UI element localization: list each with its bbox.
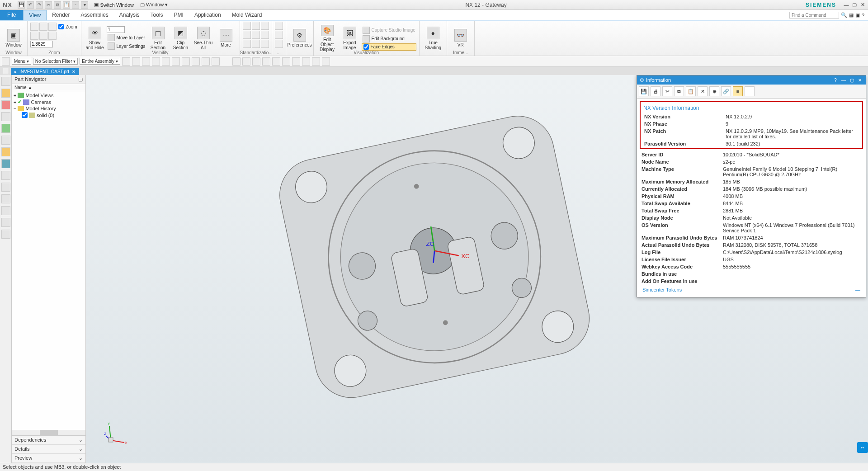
view-tool4-icon[interactable] [262, 57, 270, 66]
rb-icon8[interactable] [1, 159, 10, 168]
std-icon8[interactable] [252, 40, 260, 48]
rb-icon13[interactable] [1, 218, 10, 227]
tab-pmi[interactable]: PMI [169, 10, 189, 20]
search-icon[interactable]: 🔍 [841, 12, 847, 18]
info-titlebar[interactable]: ⚙ Information ? — ▢ ✕ [637, 75, 866, 85]
std-icon6[interactable] [261, 31, 269, 39]
info-collapse-icon[interactable]: — [745, 86, 755, 96]
std-icon7[interactable] [243, 40, 251, 48]
info-save-icon[interactable]: 💾 [639, 86, 649, 96]
tab-view[interactable]: View [23, 10, 47, 20]
sel-tool5-icon[interactable] [162, 57, 170, 66]
misc-icon2[interactable] [275, 31, 283, 39]
expand-icon[interactable]: + [14, 93, 16, 98]
rb-icon12[interactable] [1, 206, 10, 215]
tab-file[interactable]: File [0, 10, 23, 20]
tab-assemblies[interactable]: Assemblies [75, 10, 114, 20]
see-thru-button[interactable]: ◌See-Thru All [193, 25, 214, 52]
zoom-grid5-icon[interactable] [39, 32, 47, 40]
selection-filter-dropdown[interactable]: No Selection Filter ▾ [33, 58, 78, 65]
info-toggle-icon[interactable]: ≡ [733, 86, 743, 96]
tab-analysis[interactable]: Analysis [114, 10, 145, 20]
view-tool8-icon[interactable] [302, 57, 310, 66]
hscroll[interactable] [40, 430, 58, 435]
rb-icon14[interactable] [1, 230, 10, 239]
view-tool2-icon[interactable] [242, 57, 250, 66]
info-delete-icon[interactable]: ✕ [698, 86, 708, 96]
tab-tools[interactable]: Tools [145, 10, 169, 20]
ribbon-opt1-icon[interactable]: ▦ [849, 12, 854, 18]
rb-navigator-icon[interactable] [1, 77, 10, 86]
std-icon2[interactable] [252, 22, 260, 30]
zoom-grid3-icon[interactable] [48, 23, 57, 31]
view-tool7-icon[interactable] [292, 57, 300, 66]
zoom-grid1-icon[interactable] [30, 23, 38, 31]
teamviewer-icon[interactable]: ↔ [857, 442, 868, 453]
rb-icon9[interactable] [1, 171, 10, 180]
rb-icon2[interactable] [1, 89, 10, 98]
rb-icon5[interactable] [1, 124, 10, 133]
info-minimize-icon[interactable]: — [840, 77, 847, 83]
qat-paste-icon[interactable]: 📋 [63, 1, 70, 9]
section-dependencies[interactable]: Dependencies⌄ [12, 436, 85, 445]
qat-copy-icon[interactable]: ⧉ [54, 1, 61, 9]
std-icon1[interactable] [243, 22, 251, 30]
qat-save-icon[interactable]: 💾 [18, 1, 25, 9]
solid-checkbox[interactable] [22, 112, 28, 118]
sel-tool2-icon[interactable] [132, 57, 140, 66]
restore-button[interactable]: ▢ [851, 1, 858, 9]
sel-tool6-icon[interactable] [172, 57, 180, 66]
qat-more-icon[interactable]: ⋯ [72, 1, 79, 9]
rb-icon6[interactable] [1, 136, 10, 145]
tab-render[interactable]: Render [47, 10, 75, 20]
scale-input[interactable] [107, 26, 125, 33]
info-paste-icon[interactable]: 📋 [686, 86, 696, 96]
zoom-value-input[interactable] [30, 41, 53, 47]
3d-viewport[interactable]: XC ZC X Y Z ⚙ Information ? — ▢ ✕ 💾 [86, 75, 868, 463]
tree-cameras[interactable]: +✔Cameras [13, 99, 85, 105]
edit-object-display-button[interactable]: 🎨Edit Object Display [316, 25, 338, 52]
visibility-more-button[interactable]: ⋯More [215, 25, 237, 52]
export-image-button[interactable]: 🖼Export Image [339, 25, 361, 52]
rb-icon7[interactable] [1, 147, 10, 156]
info-maximize-icon[interactable]: ▢ [849, 77, 855, 83]
qat-undo-icon[interactable]: ↶ [27, 1, 34, 9]
misc-icon1[interactable] [275, 22, 283, 30]
view-tool6-icon[interactable] [282, 57, 290, 66]
info-help-icon[interactable]: ? [832, 77, 839, 83]
qat-cut-icon[interactable]: ✂ [45, 1, 52, 9]
sel-tool4-icon[interactable] [152, 57, 160, 66]
simcenter-tokens-section[interactable]: Simcenter Tokens — [640, 285, 863, 294]
view-tool10-icon[interactable] [322, 57, 330, 66]
vr-button[interactable]: 👓VR [450, 25, 472, 52]
rb-icon10[interactable] [1, 183, 10, 192]
layer-settings-button[interactable]: Layer Settings [107, 42, 146, 50]
tree-solid[interactable]: solid (0) [13, 112, 85, 118]
sel-tool1-icon[interactable] [122, 57, 130, 66]
info-link-icon[interactable]: 🔗 [721, 86, 731, 96]
info-close-icon[interactable]: ✕ [857, 77, 863, 83]
window-menu-button[interactable]: ▢ Window ▾ [137, 1, 171, 8]
zoom-grid4-icon[interactable] [30, 32, 38, 40]
sel-tool10-icon[interactable] [212, 57, 220, 66]
document-tab[interactable]: ▸ INVESTMENT_CAST.prt ✕ [11, 68, 79, 75]
rb-icon4[interactable] [1, 112, 10, 121]
view-tool5-icon[interactable] [272, 57, 280, 66]
rb-icon11[interactable] [1, 194, 10, 203]
qat-redo-icon[interactable]: ↷ [36, 1, 43, 9]
zoom-grid2-icon[interactable] [39, 23, 47, 31]
tree-model-history[interactable]: −Model History [13, 105, 85, 112]
menu-icon[interactable] [2, 57, 10, 66]
sel-tool8-icon[interactable] [192, 57, 200, 66]
preferences-button[interactable]: ⚙Preferences [289, 25, 311, 52]
tab-mold-wizard[interactable]: Mold Wizard [226, 10, 268, 20]
info-cut-icon[interactable]: ✂ [662, 86, 672, 96]
navigator-pin-icon[interactable]: ▢ [78, 76, 83, 82]
info-copy-icon[interactable]: ⧉ [674, 86, 684, 96]
show-hide-button[interactable]: 👁Show and Hide [84, 25, 106, 52]
document-tab-close-icon[interactable]: ✕ [72, 69, 75, 74]
find-command-input[interactable] [789, 12, 839, 19]
info-print-icon[interactable]: 🖨 [651, 86, 660, 96]
assembly-scope-dropdown[interactable]: Entire Assembly ▾ [80, 58, 120, 65]
zoom-grid6-icon[interactable] [48, 32, 57, 40]
